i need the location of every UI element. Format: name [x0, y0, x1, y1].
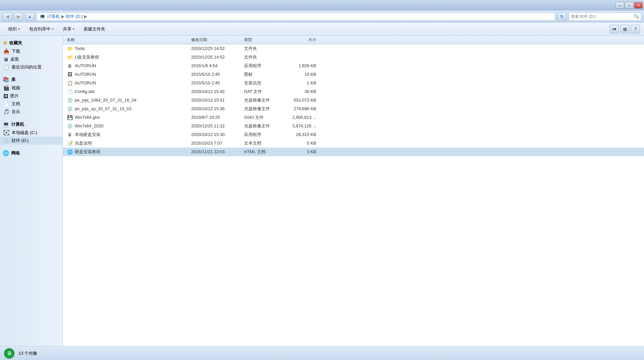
network-section: 🌐 网络 — [0, 149, 63, 158]
table-row[interactable]: 💿 pe_yqs_xp_20_07_31_15_53 2020/10/12 15… — [63, 105, 644, 113]
table-row[interactable]: 🖥 AUTORUN 2016/1/8 4:54 应用程序 1,926 KB — [63, 62, 644, 70]
computer-header-icon: 💻 — [3, 121, 9, 127]
share-label: 共享 — [63, 26, 71, 32]
file-name-cell: 🌐 硬盘安装教程 — [65, 149, 191, 155]
favorites-header[interactable]: ★ 收藏夹 — [0, 38, 63, 47]
computer-header[interactable]: 💻 计算机 — [0, 120, 63, 129]
forward-button[interactable]: ▶ — [14, 12, 23, 21]
organize-button[interactable]: 组织 ▾ — [4, 24, 24, 34]
downloads-label: 下载 — [12, 48, 20, 54]
network-header[interactable]: 🌐 网络 — [0, 149, 63, 158]
file-name-cell: 🖥 AUTORUN — [65, 63, 191, 69]
column-name[interactable]: 名称 — [65, 37, 191, 43]
sidebar-item-downloads[interactable]: 📥 下载 — [0, 47, 63, 55]
new-folder-button[interactable]: 新建文件夹 — [79, 24, 109, 34]
table-row[interactable]: 📝 光盘说明 2016/10/23 7:07 文本文档 5 KB — [63, 139, 644, 148]
file-type: 应用程序 — [244, 63, 284, 69]
breadcrumb-drive[interactable]: 软件 (D:) — [66, 14, 83, 20]
library-icon: 📚 — [3, 76, 9, 83]
table-row[interactable]: 📁 U盘安装教程 2020/12/25 14:52 文件夹 — [63, 53, 644, 62]
refresh-button[interactable]: ↻ — [557, 12, 567, 21]
file-size: 28,315 KB — [284, 132, 320, 137]
back-button[interactable]: ◀ — [3, 12, 12, 21]
minimize-button[interactable]: — — [616, 2, 624, 9]
breadcrumb: 💻 计算机 ▶ 软件 (D:) ▶ — [36, 12, 555, 21]
help-button[interactable]: ? — [631, 25, 640, 33]
sidebar-item-d-drive[interactable]: 💿 软件 (D:) — [0, 137, 63, 145]
column-type[interactable]: 类型 — [244, 37, 284, 43]
column-size[interactable]: 大小 — [284, 37, 320, 43]
file-name-text: AUTORUN — [75, 72, 96, 77]
file-type: 应用程序 — [244, 132, 284, 138]
network-icon: 🌐 — [3, 150, 9, 156]
sidebar-item-pictures[interactable]: 🖼 图片 — [0, 92, 63, 100]
file-type: 文件夹 — [244, 46, 284, 52]
file-icon: 📁 — [67, 54, 73, 60]
sidebar-item-video[interactable]: 🎬 视频 — [0, 84, 63, 92]
breadcrumb-computer[interactable]: 计算机 — [47, 14, 60, 20]
file-date: 2020/10/12 15:30 — [191, 132, 244, 137]
file-date: 2020/10/12 15:36 — [191, 106, 244, 111]
file-type: 光盘映像文件 — [244, 97, 284, 103]
sidebar-item-music[interactable]: 🎵 音乐 — [0, 108, 63, 116]
sidebar-item-c-drive[interactable]: 💽 本地磁盘 (C:) — [0, 129, 63, 137]
organize-arrow: ▾ — [18, 27, 20, 31]
file-name-cell: 📝 光盘说明 — [65, 140, 191, 146]
recent-label: 最近访问的位置 — [12, 64, 42, 70]
include-library-button[interactable]: 包含到库中 ▾ — [25, 24, 58, 34]
sidebar-item-desktop[interactable]: 🖥 桌面 — [0, 55, 63, 63]
table-row[interactable]: 📋 AUTORUN 2015/5/10 2:45 安装信息 1 KB — [63, 79, 644, 87]
table-row[interactable]: 📁 Tools 2020/12/25 14:52 文件夹 — [63, 44, 644, 53]
file-date: 2016/1/8 4:54 — [191, 63, 244, 68]
search-input[interactable] — [571, 14, 632, 19]
computer-section: 💻 计算机 💽 本地磁盘 (C:) 💿 软件 (D:) — [0, 120, 63, 145]
file-name-cell: 📁 U盘安装教程 — [65, 54, 191, 60]
file-date: 2016/10/23 7:07 — [191, 141, 244, 146]
search-icon: 🔍 — [634, 14, 639, 19]
file-type: 文本文档 — [244, 140, 284, 146]
maximize-button[interactable]: □ — [625, 2, 633, 9]
file-date: 2016/11/21 22:03 — [191, 149, 244, 154]
pictures-label: 图片 — [10, 93, 19, 99]
table-row[interactable]: 💿 pe_yqs_1064_20_07_31_16_04 2020/10/12 … — [63, 96, 644, 105]
preview-pane-button[interactable]: ▤ — [620, 25, 629, 33]
file-type: 安装信息 — [244, 80, 284, 86]
file-name-text: Win7x64_2020 — [75, 123, 104, 128]
file-size: 36 KB — [284, 89, 320, 94]
share-button[interactable]: 共享 ▾ — [59, 24, 79, 34]
table-row[interactable]: 🌐 硬盘安装教程 2016/11/21 22:03 HTML 文档 3 KB — [63, 148, 644, 156]
video-icon: 🎬 — [3, 85, 10, 91]
network-label: 网络 — [11, 150, 20, 156]
include-library-arrow: ▾ — [52, 27, 54, 31]
library-header[interactable]: 📚 库 — [0, 75, 63, 84]
file-name-cell: 🖥 本地硬盘安装 — [65, 132, 191, 138]
table-row[interactable]: 🖼 AUTORUN 2015/5/10 2:45 图标 10 KB — [63, 70, 644, 79]
close-button[interactable]: ✕ — [634, 2, 643, 9]
downloads-icon: 📥 — [3, 48, 10, 54]
file-name-text: Win7x64.gho — [75, 115, 100, 120]
file-date: 2020/10/12 15:41 — [191, 98, 244, 103]
file-name-cell: 💿 pe_yqs_xp_20_07_31_15_53 — [65, 106, 191, 112]
file-icon: 💿 — [67, 97, 73, 103]
sidebar-item-recent[interactable]: 🕐 最近访问的位置 — [0, 63, 63, 71]
file-rows-container: 📁 Tools 2020/12/25 14:52 文件夹 📁 U盘安装教程 20… — [63, 44, 644, 156]
file-date: 2015/5/10 2:45 — [191, 80, 244, 85]
file-type: HTML 文档 — [244, 149, 284, 155]
file-type: 图标 — [244, 71, 284, 77]
file-name-cell: 💾 Win7x64.gho — [65, 114, 191, 120]
file-icon: 🖥 — [67, 63, 73, 69]
table-row[interactable]: 💿 Win7x64_2020 2020/12/25 11:32 光盘映像文件 3… — [63, 122, 644, 130]
up-button[interactable]: ▲ — [25, 12, 34, 21]
column-date[interactable]: 修改日期 — [191, 37, 244, 43]
breadcrumb-sep-2: ▶ — [84, 14, 87, 19]
table-row[interactable]: 🖥 本地硬盘安装 2020/10/12 15:30 应用程序 28,315 KB — [63, 130, 644, 139]
table-row[interactable]: 💾 Win7x64.gho 2019/9/7 19:25 GHO 文件 2,90… — [63, 113, 644, 122]
include-library-label: 包含到库中 — [29, 26, 51, 32]
favorites-section: ★ 收藏夹 📥 下载 🖥 桌面 🕐 最近访问的位置 — [0, 38, 63, 71]
view-toggle-button[interactable]: ≡▾ — [610, 25, 619, 33]
file-icon: 📋 — [67, 80, 73, 86]
file-name-text: 本地硬盘安装 — [75, 132, 101, 138]
documents-label: 文档 — [12, 101, 20, 107]
table-row[interactable]: 📄 Config.dat 2020/10/12 15:42 DAT 文件 36 … — [63, 87, 644, 96]
sidebar-item-documents[interactable]: 📄 文档 — [0, 100, 63, 108]
